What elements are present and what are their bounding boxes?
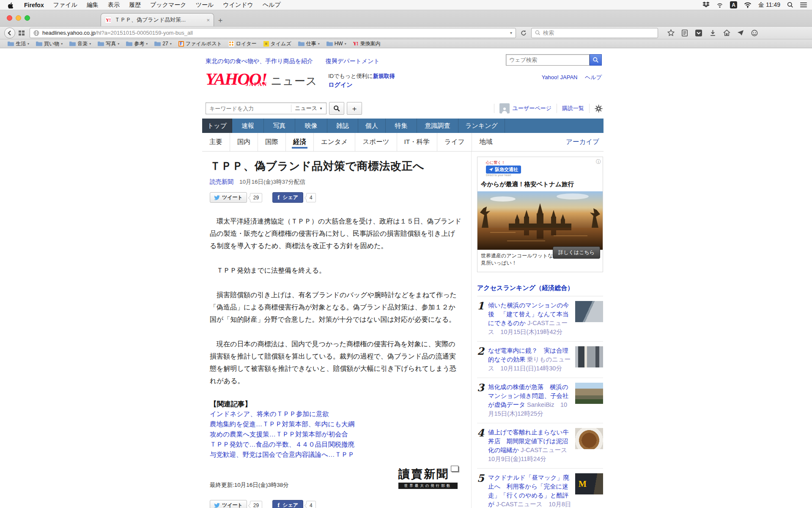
- subnav-world[interactable]: 国際: [258, 133, 285, 151]
- nav-tab-feature[interactable]: 特集: [386, 119, 417, 133]
- account-icon[interactable]: [750, 29, 759, 37]
- subnav-it-science[interactable]: IT・科学: [397, 133, 437, 151]
- promo-link-1[interactable]: 東北の旬の食べ物や、手作り商品を紹介: [206, 58, 313, 64]
- apple-menu-icon[interactable]: [8, 2, 14, 8]
- ad-headline[interactable]: 今からが最適！格安ベトナム旅行: [477, 178, 603, 191]
- bookmark-transit[interactable]: Y! 乗換案内: [350, 40, 384, 47]
- menubar-clock[interactable]: 金 11:49: [758, 1, 780, 9]
- facebook-share-button[interactable]: f シェア: [272, 192, 303, 203]
- yahoo-portal-link[interactable]: Yahoo! JAPAN: [542, 74, 578, 80]
- close-window-button[interactable]: [7, 15, 12, 21]
- bookmark-star-icon[interactable]: [667, 29, 675, 37]
- subnav-economy[interactable]: 経済: [285, 133, 313, 151]
- new-tab-button[interactable]: ＋: [214, 14, 227, 26]
- bookmark-folder-27[interactable]: 27▾: [151, 41, 175, 47]
- home-icon[interactable]: [722, 29, 731, 37]
- ranking-item-1[interactable]: 1 傾いた横浜のマンションの今後 「建て替え」なんて本当にできるのか J-CAS…: [477, 296, 603, 342]
- subnav-domestic[interactable]: 国内: [230, 133, 258, 151]
- promo-link-2[interactable]: 復興デパートメント: [326, 58, 380, 64]
- signup-link[interactable]: 新規取得: [373, 73, 395, 79]
- tweet-button[interactable]: ツイート: [210, 192, 247, 203]
- tab-close-icon[interactable]: ×: [206, 17, 210, 23]
- bookmark-folder-shopping[interactable]: 買い物▾: [33, 40, 66, 47]
- send-tab-icon[interactable]: [736, 29, 745, 37]
- urlbar-dropdown-icon[interactable]: ▾: [510, 30, 512, 35]
- menu-help[interactable]: ヘルプ: [258, 1, 285, 9]
- tab-groups-icon[interactable]: [16, 28, 27, 38]
- nav-tab-magazine[interactable]: 雑誌: [327, 119, 358, 133]
- yomiuri-logo[interactable]: 讀賣新聞 世界最大の発行部数: [398, 467, 458, 489]
- bookmark-folder-work[interactable]: 仕事▾: [295, 40, 323, 47]
- bookmark-reuters[interactable]: ロイター: [225, 40, 260, 47]
- ranking-item-4[interactable]: 4 値上げで客離れ止まらない牛丼店 期間限定値下げは泥沼化の端緒か J-CAST…: [477, 423, 603, 469]
- wifi-icon[interactable]: [744, 2, 752, 8]
- bookmark-filepost[interactable]: F ファイルポスト: [175, 40, 225, 47]
- ad-brand-logo[interactable]: 阪急交通社: [486, 166, 521, 174]
- menu-icon[interactable]: [764, 29, 773, 37]
- nav-tab-ranking[interactable]: ランキング: [458, 119, 505, 133]
- pocket-icon[interactable]: [694, 29, 703, 37]
- nav-tab-video[interactable]: 映像: [295, 119, 327, 133]
- settings-gear-icon[interactable]: [595, 105, 603, 113]
- nav-tab-personal[interactable]: 個人: [358, 119, 386, 133]
- tweet-button[interactable]: ツイート: [210, 500, 247, 508]
- downloads-icon[interactable]: [708, 29, 717, 37]
- notification-center-icon[interactable]: [800, 2, 807, 8]
- subnav-entertainment[interactable]: エンタメ: [313, 133, 355, 151]
- related-link[interactable]: 与党歓迎、野党は国会で合意内容議論へ…ＴＰＰ: [210, 450, 462, 460]
- spotlight-icon[interactable]: [787, 2, 793, 8]
- dropbox-icon[interactable]: [702, 2, 710, 8]
- menu-file[interactable]: ファイル: [49, 1, 82, 9]
- menu-bookmarks[interactable]: ブックマーク: [145, 1, 191, 9]
- back-button[interactable]: [4, 28, 15, 39]
- thumbnail[interactable]: [575, 383, 603, 404]
- web-search-button[interactable]: [590, 54, 602, 66]
- bookmark-times[interactable]: ≡ タイムズ: [260, 40, 295, 47]
- bookmark-folder-photo[interactable]: 写真▾: [94, 40, 123, 47]
- login-link[interactable]: ログイン: [328, 81, 352, 88]
- ranking-item-2[interactable]: 2 なぜ電車内に鏡？ 実は合理的なその効果 乗りものニュース 10月11日(日)…: [477, 342, 603, 378]
- nav-tab-photo[interactable]: 写真: [264, 119, 295, 133]
- nav-tab-poll[interactable]: 意識調査: [417, 119, 458, 133]
- menu-window[interactable]: ウインドウ: [218, 1, 258, 9]
- reading-list-icon[interactable]: [680, 29, 689, 37]
- related-link[interactable]: 攻めの農業へ支援策…ＴＰＰ対策本部が初会合: [210, 429, 462, 439]
- user-page-link[interactable]: ユーザーページ: [513, 105, 551, 112]
- ranking-item-3[interactable]: 3 旭化成の株価が急落 横浜のマンション傾き問題、子会社が虚偽データ Sanke…: [477, 378, 603, 423]
- menu-view[interactable]: 表示: [103, 1, 124, 9]
- subnav-life[interactable]: ライフ: [437, 133, 472, 151]
- minimize-window-button[interactable]: [16, 15, 21, 21]
- ad-info-icon[interactable]: ⓘ: [596, 158, 601, 166]
- nav-tab-top[interactable]: トップ: [202, 119, 232, 133]
- web-search-input[interactable]: [506, 54, 590, 66]
- subnav-sports[interactable]: スポーツ: [355, 133, 396, 151]
- related-link[interactable]: 農地集約を促進…ＴＰＰ対策本部、年内にも大綱: [210, 419, 462, 429]
- ad-image[interactable]: [477, 191, 603, 250]
- bookmark-folder-hw[interactable]: HW▾: [323, 41, 350, 47]
- ranking-item-5[interactable]: 5 マクドナルド「昼マック」廃止へ 利用客から「完全に迷走」「行くのやめる」と酷…: [477, 469, 603, 508]
- ad-cta-button[interactable]: 詳しくはこちら: [553, 246, 600, 259]
- thumbnail[interactable]: [575, 346, 603, 367]
- url-bar[interactable]: headlines.yahoo.co.jp/hl?a=20151015-0005…: [30, 28, 516, 38]
- bookmark-folder-music[interactable]: 音楽▾: [66, 40, 94, 47]
- menu-history[interactable]: 履歴: [124, 1, 145, 9]
- mcdonalds-thumbnail[interactable]: M: [575, 473, 603, 494]
- subscriptions-link[interactable]: 購読一覧: [562, 105, 584, 112]
- yahoo-news-logo[interactable]: YAHOO!JAPAN ニュース: [206, 70, 317, 88]
- archive-link[interactable]: アーカイブ: [566, 138, 599, 146]
- thumbnail[interactable]: [575, 428, 603, 449]
- source-link[interactable]: 読売新聞: [210, 178, 233, 185]
- related-link[interactable]: インドネシア、将来のＴＰＰ参加に意欲: [210, 409, 462, 419]
- subnav-local[interactable]: 地域: [472, 133, 499, 151]
- news-search-button[interactable]: [329, 102, 344, 115]
- zoom-window-button[interactable]: [25, 15, 30, 21]
- browser-search-field[interactable]: 検索: [531, 28, 658, 38]
- search-scope-select[interactable]: ニュース ▼: [291, 105, 326, 112]
- input-source-icon[interactable]: A: [730, 1, 737, 8]
- related-link[interactable]: ＴＰＰ発効で…食品の半数、４４０品目関税撤廃: [210, 439, 462, 450]
- add-search-button[interactable]: ＋: [347, 102, 362, 115]
- menu-firefox[interactable]: Firefox: [19, 2, 49, 8]
- menu-tools[interactable]: ツール: [191, 1, 219, 9]
- nav-tab-flash[interactable]: 速報: [232, 119, 264, 133]
- help-link[interactable]: ヘルプ: [585, 74, 602, 80]
